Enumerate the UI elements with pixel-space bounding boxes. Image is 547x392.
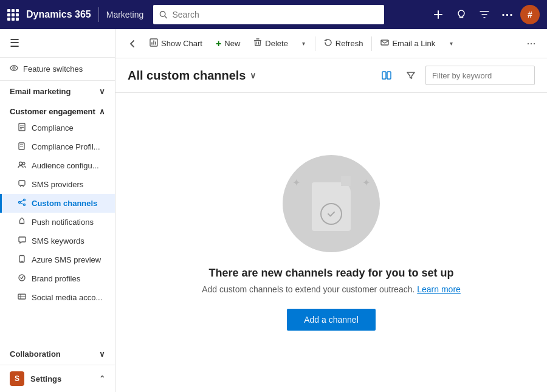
view-title: All custom channels ∨ [128, 69, 256, 83]
email-marketing-chevron: ∨ [99, 87, 105, 96]
app-name: Dynamics 365 [26, 9, 91, 20]
show-chart-label: Show Chart [161, 39, 202, 48]
empty-subtitle-text: Add custom channels to extend your custo… [202, 284, 415, 294]
sidebar-item-audience-config[interactable]: Audience configu... [0, 156, 115, 175]
svg-point-5 [10, 66, 18, 70]
svg-rect-36 [381, 40, 388, 45]
svg-point-14 [19, 162, 22, 165]
new-button[interactable]: + New [210, 35, 246, 53]
view-dropdown-arrow[interactable]: ∨ [250, 70, 256, 80]
svg-line-20 [20, 201, 23, 202]
svg-point-15 [22, 162, 25, 165]
compliance-icon [17, 123, 27, 133]
social-media-icon [17, 292, 27, 303]
show-chart-button[interactable]: Show Chart [143, 35, 208, 52]
sidebar-item-custom-channels[interactable]: Custom channels [0, 194, 115, 213]
collaboration-section[interactable]: Collaboration ∨ [0, 343, 115, 365]
svg-line-21 [20, 203, 23, 205]
collaboration-chevron: ∨ [99, 349, 105, 359]
sidebar-item-azure-sms[interactable]: Azure SMS preview [0, 250, 115, 269]
email-more-button[interactable]: ▾ [442, 35, 459, 52]
empty-state: ✦ ✦ There are new channels ready for you… [115, 93, 547, 392]
delete-icon [253, 38, 262, 49]
learn-more-link[interactable]: Learn more [417, 284, 461, 294]
svg-point-17 [19, 202, 21, 204]
delete-more-button[interactable]: ▾ [295, 35, 312, 52]
compliance-profiles-icon [17, 142, 27, 152]
new-icon: + [216, 38, 221, 49]
empty-illustration: ✦ ✦ [283, 155, 380, 252]
svg-point-18 [24, 199, 26, 201]
social-media-label: Social media acco... [32, 293, 102, 302]
sparkle-left: ✦ [292, 177, 300, 188]
search-icon [159, 10, 167, 19]
svg-rect-38 [387, 72, 391, 79]
empty-state-subtitle: Add custom channels to extend your custo… [202, 284, 461, 294]
email-marketing-label: Email marketing [10, 87, 71, 96]
waffle-menu[interactable] [7, 9, 19, 21]
svg-rect-16 [19, 181, 25, 185]
search-input[interactable] [172, 10, 378, 19]
sms-providers-label: SMS providers [32, 180, 83, 189]
sidebar-item-sms-providers[interactable]: SMS providers [0, 175, 115, 194]
azure-sms-label: Azure SMS preview [32, 255, 101, 264]
sidebar-item-compliance[interactable]: Compliance [0, 119, 115, 137]
compliance-profiles-label: Compliance Profil... [32, 142, 100, 151]
email-marketing-section[interactable]: Email marketing ∨ [0, 81, 115, 102]
more-commands-button[interactable]: ··· [523, 35, 540, 52]
add-channel-button[interactable]: Add a channel [287, 309, 376, 331]
svg-rect-37 [382, 72, 386, 79]
push-notifications-icon [17, 217, 27, 227]
email-icon [380, 38, 389, 49]
columns-icon[interactable] [377, 66, 396, 85]
azure-sms-icon [17, 255, 27, 265]
push-notifications-label: Push notifications [32, 218, 94, 227]
audience-config-icon [17, 160, 27, 171]
lightbulb-icon[interactable] [451, 4, 472, 25]
avatar[interactable]: # [520, 5, 540, 24]
settings-label: Settings [30, 374, 61, 383]
sidebar-item-push-notifications[interactable]: Push notifications [0, 213, 115, 232]
sidebar-item-sms-keywords[interactable]: SMS keywords [0, 232, 115, 250]
feature-switches-label: Feature switches [23, 64, 83, 74]
sidebar-item-brand-profiles[interactable]: Brand profiles [0, 269, 115, 288]
refresh-button[interactable]: Refresh [318, 35, 370, 52]
module-name: Marketing [106, 10, 143, 19]
more-options-icon[interactable]: ··· [497, 4, 518, 25]
refresh-label: Refresh [335, 39, 363, 48]
content-area: Show Chart + New Delete ▾ [115, 29, 547, 392]
filter-keyword-input[interactable] [425, 66, 535, 85]
brand-profiles-icon [17, 273, 27, 284]
sidebar-item-social-media[interactable]: Social media acco... [0, 288, 115, 307]
customer-engagement-chevron: ∧ [99, 107, 105, 116]
cmd-separator-2 [371, 36, 372, 51]
collaboration-label: Collaboration [10, 349, 61, 359]
sidebar-item-feature-switches[interactable]: Feature switches [0, 58, 115, 81]
sidebar: ☰ Feature switches Email marketing ∨ Cus… [0, 29, 115, 392]
sms-keywords-icon [17, 236, 27, 246]
filter-icon[interactable] [474, 4, 495, 25]
svg-rect-33 [254, 40, 261, 41]
sidebar-top: ☰ [0, 29, 115, 58]
settings-chevron: ⌃ [99, 374, 105, 383]
delete-button[interactable]: Delete [247, 35, 294, 52]
sidebar-item-compliance-profiles[interactable]: Compliance Profil... [0, 137, 115, 156]
new-label: New [224, 39, 240, 48]
settings-item[interactable]: S Settings ⌃ [0, 365, 115, 392]
customer-engagement-group[interactable]: Customer engagement ∧ [0, 102, 115, 119]
add-button[interactable] [428, 4, 449, 25]
content-header: All custom channels ∨ [115, 58, 547, 93]
email-link-button[interactable]: Email a Link [374, 35, 441, 52]
sms-providers-icon [17, 179, 27, 190]
view-title-text: All custom channels [128, 69, 246, 83]
sparkle-right: ✦ [362, 177, 370, 188]
hamburger-button[interactable]: ☰ [10, 36, 105, 50]
filter-funnel-icon[interactable] [401, 66, 421, 85]
nav-divider [98, 7, 99, 22]
sms-keywords-label: SMS keywords [32, 236, 84, 246]
search-container [153, 5, 384, 24]
custom-channels-icon [17, 198, 27, 208]
back-button[interactable] [123, 34, 142, 53]
settings-avatar: S [10, 371, 24, 386]
svg-line-1 [165, 16, 167, 18]
